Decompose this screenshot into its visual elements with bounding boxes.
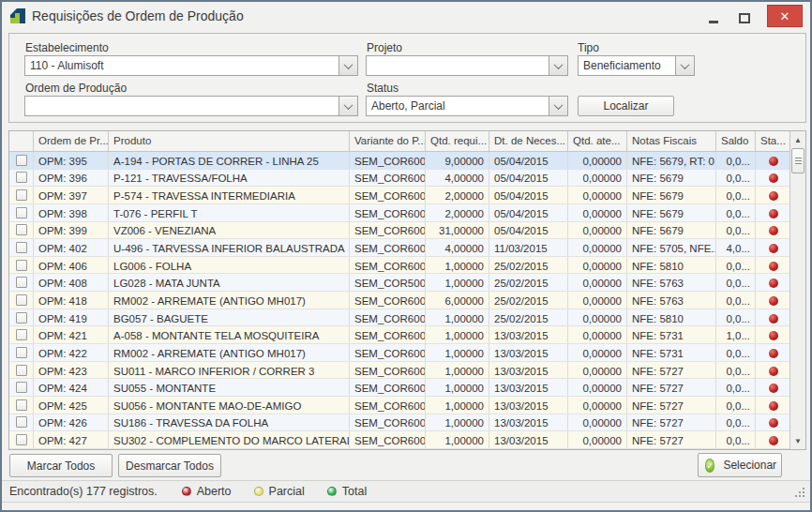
status-dropdown-button[interactable] (549, 97, 567, 115)
legend-parcial-label: Parcial (269, 485, 305, 498)
tipo-combo[interactable]: Beneficiamento (578, 55, 695, 76)
selecionar-button[interactable]: ✓ Selecionar (698, 453, 782, 477)
header-qtd-requisitada[interactable]: Qtd. requi... (426, 131, 489, 151)
cell-produto: SU011 - MARCO INFERIOR / CORRER 3 (109, 362, 350, 379)
cell-ordem: OPM: 425 (34, 397, 109, 414)
status-dot (769, 296, 778, 306)
estabelecimento-dropdown-button[interactable] (338, 56, 357, 75)
row-checkbox[interactable] (16, 277, 27, 288)
header-variante[interactable]: Variante do P... (350, 131, 426, 151)
header-notas-fiscais[interactable]: Notas Fiscais (627, 131, 716, 151)
table-row[interactable]: OPM: 406 LG006 - FOLHA SEM_COR6000 1,000… (9, 257, 789, 275)
desmarcar-todos-button[interactable]: Desmarcar Todos (118, 454, 221, 477)
cell-qtd-requisitada: 1,00000 (426, 326, 489, 343)
cell-status (756, 204, 789, 221)
scroll-down-icon[interactable]: ▼ (790, 433, 805, 448)
header-produto[interactable]: Produto (109, 131, 350, 151)
vertical-scrollbar[interactable]: ▲ ▼ (789, 131, 805, 449)
cell-status (756, 239, 789, 256)
cell-dt-necessidade: 05/04/2015 (489, 204, 568, 221)
maximize-button[interactable] (734, 10, 755, 25)
status-dot (769, 349, 778, 358)
cell-saldo: 0,0... (716, 257, 756, 274)
table-row[interactable]: OPM: 418 RM002 - ARREMATE (ANTIGO MH017)… (9, 292, 789, 309)
cell-status (756, 222, 789, 239)
table-row[interactable]: OPM: 422 RM002 - ARREMATE (ANTIGO MH017)… (9, 344, 789, 362)
scrollbar-thumb[interactable] (791, 148, 804, 173)
minimize-button[interactable] (703, 11, 724, 26)
table-row[interactable]: OPM: 395 A-194 - PORTAS DE CORRER - LINH… (9, 152, 789, 170)
row-checkbox[interactable] (16, 207, 27, 218)
row-checkbox-cell (9, 204, 34, 221)
table-row[interactable]: OPM: 396 P-121 - TRAVESSA/FOLHA SEM_COR6… (9, 170, 789, 188)
cell-ordem: OPM: 423 (34, 362, 109, 379)
cell-dt-necessidade: 05/04/2015 (489, 222, 568, 239)
cell-qtd-atendida: 0,00000 (568, 431, 627, 448)
table-row[interactable]: OPM: 419 BG057 - BAGUETE SEM_COR6000 1,0… (9, 309, 789, 327)
cell-saldo: 0,0... (716, 274, 756, 291)
cell-dt-necessidade: 25/02/2015 (489, 309, 568, 326)
header-ordem[interactable]: Ordem de Pr... (34, 131, 109, 151)
row-checkbox[interactable] (16, 312, 27, 324)
ordem-producao-dropdown-button[interactable] (338, 97, 357, 115)
row-checkbox[interactable] (16, 260, 27, 271)
localizar-button[interactable]: Localizar (578, 96, 674, 116)
row-checkbox[interactable] (16, 224, 27, 235)
header-saldo[interactable]: Saldo (716, 131, 756, 151)
table-row[interactable]: OPM: 408 LG028 - MATA JUNTA SEM_COR5000 … (9, 274, 789, 292)
table-row[interactable]: OPM: 425 SU056 - MONTANTE MAO-DE-AMIGO S… (9, 397, 789, 414)
row-checkbox[interactable] (16, 294, 27, 306)
ordem-producao-combo[interactable] (24, 96, 358, 116)
table-row[interactable]: OPM: 427 SU302 - COMPLEMENTO DO MARCO LA… (9, 431, 789, 449)
cell-notas-fiscais: NFE: 5679, RT: 0 (627, 152, 716, 169)
scroll-up-icon[interactable]: ▲ (790, 132, 805, 147)
row-checkbox[interactable] (16, 382, 27, 393)
row-checkbox[interactable] (16, 416, 27, 428)
resize-grip[interactable] (795, 488, 804, 497)
row-checkbox[interactable] (16, 365, 27, 376)
row-checkbox[interactable] (16, 399, 27, 411)
cell-produto: LG006 - FOLHA (109, 257, 350, 274)
cell-variante: SEM_COR6000 (350, 257, 426, 274)
cell-dt-necessidade: 25/02/2015 (489, 257, 568, 274)
cell-ordem: OPM: 418 (34, 292, 109, 309)
legend-aberto: Aberto (182, 485, 232, 498)
table-row[interactable]: OPM: 426 SU186 - TRAVESSA DA FOLHA SEM_C… (9, 414, 789, 432)
row-checkbox[interactable] (16, 189, 27, 201)
cell-produto: VZ006 - VENEZIANA (109, 222, 350, 239)
cell-saldo: 0,0... (716, 292, 756, 309)
projeto-dropdown-button[interactable] (549, 56, 567, 75)
estabelecimento-combo[interactable]: 110 - Alumisoft (24, 55, 358, 76)
header-status[interactable]: Sta... (756, 131, 789, 151)
parcial-dot-icon (254, 487, 263, 496)
cell-variante: SEM_COR6000 (350, 204, 426, 221)
cell-status (756, 362, 789, 379)
row-checkbox[interactable] (16, 155, 27, 166)
row-checkbox[interactable] (16, 172, 27, 183)
close-button[interactable]: ✕ (767, 5, 803, 27)
table-row[interactable]: OPM: 424 SU055 - MONTANTE SEM_COR6000 1,… (9, 379, 789, 397)
table-row[interactable]: OPM: 423 SU011 - MARCO INFERIOR / CORRER… (9, 362, 789, 380)
header-qtd-atendida[interactable]: Qtd. ate... (568, 131, 627, 151)
table-row[interactable]: OPM: 421 A-058 - MONTANTE TELA MOSQUITEI… (9, 326, 789, 344)
row-checkbox[interactable] (16, 242, 27, 253)
table-row[interactable]: OPM: 398 T-076 - PERFIL T SEM_COR6000 2,… (9, 204, 789, 222)
title-bar[interactable]: Requisições de Ordem de Produção ✕ (2, 2, 810, 31)
projeto-combo[interactable] (366, 55, 568, 76)
header-dt-necessidade[interactable]: Dt. de Neces... (489, 131, 568, 151)
row-checkbox[interactable] (16, 329, 27, 340)
cell-saldo: 0,0... (716, 152, 756, 169)
records-found-text: Encontrado(s) 177 registros. (9, 485, 158, 498)
tipo-dropdown-button[interactable] (675, 56, 694, 75)
row-checkbox[interactable] (16, 347, 27, 358)
table-row[interactable]: OPM: 402 U-496 - TARVESSA INFERIOR BALAU… (9, 239, 789, 257)
cell-status (756, 292, 789, 309)
cell-qtd-atendida: 0,00000 (568, 170, 627, 187)
table-row[interactable]: OPM: 397 P-574 - TRAVESSA INTERMEDIARIA … (9, 187, 789, 204)
status-combo[interactable]: Aberto, Parcial (366, 96, 568, 116)
row-checkbox[interactable] (16, 434, 27, 445)
marcar-todos-button[interactable]: Marcar Todos (9, 454, 113, 477)
status-dot (769, 418, 778, 428)
table-row[interactable]: OPM: 399 VZ006 - VENEZIANA SEM_COR6000 3… (9, 222, 789, 240)
cell-qtd-requisitada: 9,00000 (426, 152, 489, 169)
